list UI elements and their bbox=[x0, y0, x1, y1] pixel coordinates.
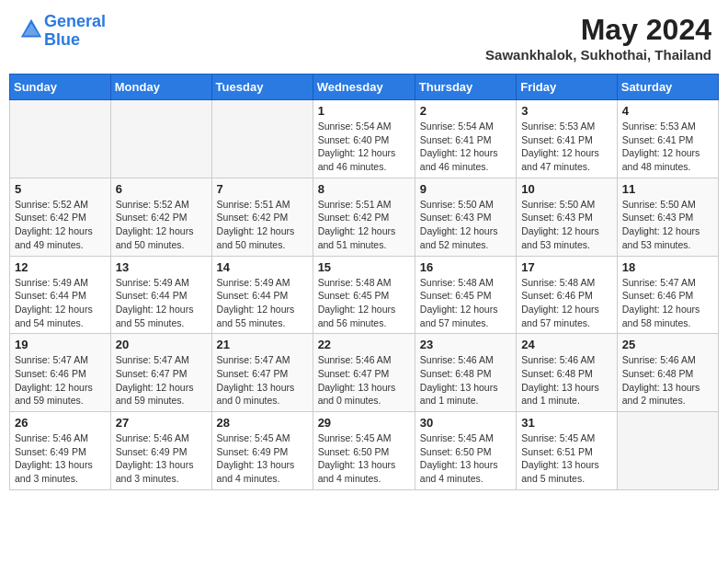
day-info: Sunrise: 5:48 AM Sunset: 6:45 PM Dayligh… bbox=[318, 276, 410, 330]
calendar-cell: 6Sunrise: 5:52 AM Sunset: 6:42 PM Daylig… bbox=[110, 178, 211, 256]
day-number: 18 bbox=[622, 260, 713, 274]
day-info: Sunrise: 5:50 AM Sunset: 6:43 PM Dayligh… bbox=[420, 198, 511, 252]
calendar-cell bbox=[10, 100, 111, 178]
day-number: 22 bbox=[318, 338, 410, 351]
day-info: Sunrise: 5:52 AM Sunset: 6:42 PM Dayligh… bbox=[15, 198, 106, 252]
day-info: Sunrise: 5:45 AM Sunset: 6:50 PM Dayligh… bbox=[318, 431, 410, 486]
day-number: 21 bbox=[217, 338, 308, 351]
day-number: 1 bbox=[318, 104, 410, 118]
day-number: 13 bbox=[116, 260, 207, 274]
calendar-week-row: 5Sunrise: 5:52 AM Sunset: 6:42 PM Daylig… bbox=[10, 178, 719, 256]
day-number: 20 bbox=[116, 338, 207, 351]
day-number: 31 bbox=[521, 416, 612, 430]
calendar-week-row: 26Sunrise: 5:46 AM Sunset: 6:49 PM Dayli… bbox=[10, 412, 719, 490]
calendar-cell: 27Sunrise: 5:46 AM Sunset: 6:49 PM Dayli… bbox=[110, 412, 211, 490]
month-year-title: May 2024 bbox=[485, 13, 711, 47]
day-info: Sunrise: 5:45 AM Sunset: 6:49 PM Dayligh… bbox=[217, 431, 308, 486]
day-info: Sunrise: 5:46 AM Sunset: 6:49 PM Dayligh… bbox=[15, 431, 106, 486]
day-number: 8 bbox=[318, 182, 410, 196]
day-info: Sunrise: 5:50 AM Sunset: 6:43 PM Dayligh… bbox=[622, 198, 713, 252]
column-header-tuesday: Tuesday bbox=[211, 75, 313, 100]
calendar-cell bbox=[617, 412, 718, 490]
day-info: Sunrise: 5:45 AM Sunset: 6:50 PM Dayligh… bbox=[420, 431, 511, 486]
day-number: 26 bbox=[15, 416, 106, 430]
calendar-week-row: 12Sunrise: 5:49 AM Sunset: 6:44 PM Dayli… bbox=[10, 256, 719, 334]
calendar-cell bbox=[110, 100, 211, 178]
day-number: 3 bbox=[521, 104, 612, 118]
calendar-table: SundayMondayTuesdayWednesdayThursdayFrid… bbox=[9, 74, 719, 490]
day-info: Sunrise: 5:50 AM Sunset: 6:43 PM Dayligh… bbox=[521, 198, 612, 252]
calendar-week-row: 1Sunrise: 5:54 AM Sunset: 6:40 PM Daylig… bbox=[10, 100, 719, 178]
day-number: 5 bbox=[15, 182, 106, 196]
day-number: 28 bbox=[217, 416, 308, 430]
day-info: Sunrise: 5:46 AM Sunset: 6:49 PM Dayligh… bbox=[116, 431, 207, 486]
day-info: Sunrise: 5:49 AM Sunset: 6:44 PM Dayligh… bbox=[15, 276, 106, 330]
logo: General Blue bbox=[17, 13, 106, 50]
day-info: Sunrise: 5:46 AM Sunset: 6:48 PM Dayligh… bbox=[420, 353, 511, 408]
calendar-cell: 11Sunrise: 5:50 AM Sunset: 6:43 PM Dayli… bbox=[617, 178, 718, 256]
calendar-cell: 26Sunrise: 5:46 AM Sunset: 6:49 PM Dayli… bbox=[10, 412, 111, 490]
day-info: Sunrise: 5:47 AM Sunset: 6:47 PM Dayligh… bbox=[116, 353, 207, 408]
day-info: Sunrise: 5:54 AM Sunset: 6:40 PM Dayligh… bbox=[318, 120, 410, 174]
calendar-cell: 24Sunrise: 5:46 AM Sunset: 6:48 PM Dayli… bbox=[517, 334, 618, 412]
calendar-cell: 31Sunrise: 5:45 AM Sunset: 6:51 PM Dayli… bbox=[517, 412, 618, 490]
day-info: Sunrise: 5:47 AM Sunset: 6:46 PM Dayligh… bbox=[622, 276, 713, 330]
calendar-cell: 17Sunrise: 5:48 AM Sunset: 6:46 PM Dayli… bbox=[517, 256, 618, 334]
day-number: 7 bbox=[217, 182, 308, 196]
day-info: Sunrise: 5:52 AM Sunset: 6:42 PM Dayligh… bbox=[116, 198, 207, 252]
calendar-cell: 23Sunrise: 5:46 AM Sunset: 6:48 PM Dayli… bbox=[415, 334, 516, 412]
calendar-cell: 25Sunrise: 5:46 AM Sunset: 6:48 PM Dayli… bbox=[617, 334, 718, 412]
day-number: 6 bbox=[116, 182, 207, 196]
calendar-cell: 29Sunrise: 5:45 AM Sunset: 6:50 PM Dayli… bbox=[313, 412, 415, 490]
day-info: Sunrise: 5:53 AM Sunset: 6:41 PM Dayligh… bbox=[521, 120, 612, 174]
day-number: 4 bbox=[622, 104, 713, 118]
calendar-cell: 12Sunrise: 5:49 AM Sunset: 6:44 PM Dayli… bbox=[10, 256, 111, 334]
day-info: Sunrise: 5:51 AM Sunset: 6:42 PM Dayligh… bbox=[318, 198, 410, 252]
day-number: 29 bbox=[318, 416, 410, 430]
calendar-cell: 21Sunrise: 5:47 AM Sunset: 6:47 PM Dayli… bbox=[211, 334, 313, 412]
day-number: 9 bbox=[420, 182, 511, 196]
logo-icon bbox=[18, 17, 44, 42]
calendar-cell: 19Sunrise: 5:47 AM Sunset: 6:46 PM Dayli… bbox=[10, 334, 111, 412]
calendar-cell: 10Sunrise: 5:50 AM Sunset: 6:43 PM Dayli… bbox=[517, 178, 618, 256]
calendar-cell: 13Sunrise: 5:49 AM Sunset: 6:44 PM Dayli… bbox=[110, 256, 211, 334]
day-info: Sunrise: 5:49 AM Sunset: 6:44 PM Dayligh… bbox=[217, 276, 308, 330]
column-header-thursday: Thursday bbox=[415, 75, 516, 100]
day-number: 12 bbox=[15, 260, 106, 274]
calendar-cell: 9Sunrise: 5:50 AM Sunset: 6:43 PM Daylig… bbox=[415, 178, 516, 256]
calendar-cell: 14Sunrise: 5:49 AM Sunset: 6:44 PM Dayli… bbox=[211, 256, 313, 334]
day-number: 15 bbox=[318, 260, 410, 274]
day-info: Sunrise: 5:47 AM Sunset: 6:47 PM Dayligh… bbox=[217, 353, 308, 408]
day-number: 11 bbox=[622, 182, 713, 196]
page-header: General Blue May 2024 Sawankhalok, Sukho… bbox=[9, 9, 719, 66]
calendar-header-row: SundayMondayTuesdayWednesdayThursdayFrid… bbox=[10, 75, 719, 100]
day-info: Sunrise: 5:48 AM Sunset: 6:45 PM Dayligh… bbox=[420, 276, 511, 330]
calendar-cell: 20Sunrise: 5:47 AM Sunset: 6:47 PM Dayli… bbox=[110, 334, 211, 412]
calendar-cell: 18Sunrise: 5:47 AM Sunset: 6:46 PM Dayli… bbox=[617, 256, 718, 334]
day-number: 27 bbox=[116, 416, 207, 430]
column-header-friday: Friday bbox=[517, 75, 618, 100]
day-info: Sunrise: 5:47 AM Sunset: 6:46 PM Dayligh… bbox=[15, 353, 106, 408]
calendar-cell: 30Sunrise: 5:45 AM Sunset: 6:50 PM Dayli… bbox=[415, 412, 516, 490]
calendar-cell: 5Sunrise: 5:52 AM Sunset: 6:42 PM Daylig… bbox=[10, 178, 111, 256]
day-number: 30 bbox=[420, 416, 511, 430]
location-subtitle: Sawankhalok, Sukhothai, Thailand bbox=[485, 47, 711, 63]
calendar-cell: 15Sunrise: 5:48 AM Sunset: 6:45 PM Dayli… bbox=[313, 256, 415, 334]
calendar-cell bbox=[211, 100, 313, 178]
day-info: Sunrise: 5:45 AM Sunset: 6:51 PM Dayligh… bbox=[521, 431, 612, 486]
day-number: 10 bbox=[521, 182, 612, 196]
calendar-cell: 16Sunrise: 5:48 AM Sunset: 6:45 PM Dayli… bbox=[415, 256, 516, 334]
column-header-saturday: Saturday bbox=[617, 75, 718, 100]
day-number: 19 bbox=[15, 338, 106, 351]
calendar-cell: 7Sunrise: 5:51 AM Sunset: 6:42 PM Daylig… bbox=[211, 178, 313, 256]
day-number: 17 bbox=[521, 260, 612, 274]
column-header-sunday: Sunday bbox=[10, 75, 111, 100]
day-number: 24 bbox=[521, 338, 612, 351]
logo-general: General bbox=[44, 12, 106, 30]
calendar-cell: 22Sunrise: 5:46 AM Sunset: 6:47 PM Dayli… bbox=[313, 334, 415, 412]
day-number: 16 bbox=[420, 260, 511, 274]
day-number: 2 bbox=[420, 104, 511, 118]
logo-text: General Blue bbox=[44, 13, 106, 50]
calendar-cell: 2Sunrise: 5:54 AM Sunset: 6:41 PM Daylig… bbox=[415, 100, 516, 178]
calendar-cell: 28Sunrise: 5:45 AM Sunset: 6:49 PM Dayli… bbox=[211, 412, 313, 490]
